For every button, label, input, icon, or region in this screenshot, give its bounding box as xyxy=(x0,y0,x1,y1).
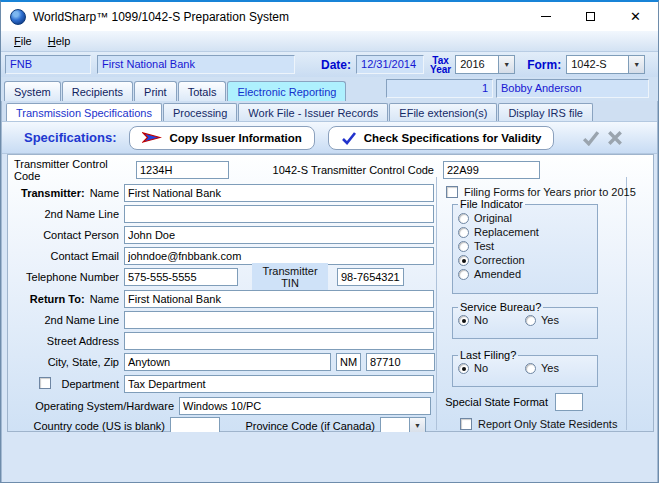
transmitter-2nd-name-input[interactable] xyxy=(124,205,434,223)
report-only-checkbox[interactable] xyxy=(460,418,472,430)
tab-electronic-reporting[interactable]: Electronic Reporting xyxy=(227,81,346,101)
city-state-zip-label: City, State, Zip xyxy=(8,356,124,368)
return-to-prefix-label: Return To: xyxy=(30,293,85,305)
radio-service-no[interactable] xyxy=(458,315,469,326)
date-field[interactable]: 12/31/2014 xyxy=(356,55,424,74)
tcc-input[interactable] xyxy=(136,161,229,179)
chevron-down-icon[interactable]: ▼ xyxy=(628,56,644,73)
validity-status-icons xyxy=(581,130,625,146)
validity-ok-icon[interactable] xyxy=(581,130,601,146)
radio-lastfiling-yes[interactable] xyxy=(525,363,536,374)
radio-lastfiling-no[interactable] xyxy=(458,363,469,374)
app-window: WorldSharp™ 1099/1042-S Preparation Syst… xyxy=(0,0,659,483)
tcc-1042s-input[interactable] xyxy=(443,161,540,179)
department-input[interactable] xyxy=(124,375,434,393)
contact-person-input[interactable] xyxy=(124,226,434,244)
radio-row-correction[interactable]: Correction xyxy=(458,253,592,267)
subtab-processing[interactable]: Processing xyxy=(163,103,237,121)
bottom-empty-area xyxy=(2,432,657,482)
radio-row-replacement[interactable]: Replacement xyxy=(458,225,592,239)
street-address-input[interactable] xyxy=(124,332,434,350)
issuer-code-field[interactable]: FNB xyxy=(5,55,91,74)
transmitter-tin-label: Transmitter TIN xyxy=(252,263,328,291)
transmitter-2nd-name-label: 2nd Name Line xyxy=(8,208,124,220)
checkmark-icon xyxy=(341,131,357,145)
transmitter-name-label: Name xyxy=(90,187,119,199)
service-bureau-yes[interactable]: Yes xyxy=(525,314,559,326)
subtab-efile-extensions[interactable]: EFile extension(s) xyxy=(389,103,497,121)
department-label: Department xyxy=(8,378,124,390)
state-input[interactable] xyxy=(336,353,361,371)
return-2nd-name-input[interactable] xyxy=(124,311,434,329)
menu-item-file[interactable]: File xyxy=(7,33,39,49)
country-code-label: Country code (US is blank) xyxy=(8,420,170,432)
record-number-field[interactable]: 1 xyxy=(386,79,493,98)
menu-bar: File Help xyxy=(1,31,658,52)
validity-cancel-icon[interactable] xyxy=(605,130,625,146)
radio-test[interactable] xyxy=(458,241,469,252)
chevron-down-icon[interactable]: ▼ xyxy=(498,56,514,73)
tab-print[interactable]: Print xyxy=(134,81,177,101)
department-checkbox[interactable] xyxy=(39,377,51,389)
tcc-label: Transmitter Control Code xyxy=(8,158,136,182)
service-bureau-group: Service Bureau? No Yes xyxy=(452,301,598,339)
tab-totals[interactable]: Totals xyxy=(178,81,227,101)
subtab-work-file-issuer-records[interactable]: Work File - Issuer Records xyxy=(238,103,388,121)
return-2nd-name-label: 2nd Name Line xyxy=(8,314,124,326)
radio-replacement[interactable] xyxy=(458,227,469,238)
prior-years-checkbox[interactable] xyxy=(446,186,458,198)
tax-year-select[interactable]: 2016 ▼ xyxy=(455,55,515,74)
record-box: 1 Bobby Anderson xyxy=(386,79,649,98)
zip-input[interactable] xyxy=(366,353,435,371)
menu-item-help[interactable]: Help xyxy=(41,33,78,49)
radio-row-original[interactable]: Original xyxy=(458,211,592,225)
copy-issuer-information-button[interactable]: Copy Issuer Information xyxy=(129,126,314,150)
city-input[interactable] xyxy=(124,353,331,371)
subtab-transmission-specifications[interactable]: Transmission Specifications xyxy=(6,103,162,121)
return-to-name-input[interactable] xyxy=(124,290,434,308)
app-globe-icon xyxy=(10,9,26,25)
radio-original[interactable] xyxy=(458,213,469,224)
special-state-input[interactable] xyxy=(555,393,583,411)
close-icon: ✕ xyxy=(630,10,641,23)
radio-row-test[interactable]: Test xyxy=(458,239,592,253)
title-bar: WorldSharp™ 1099/1042-S Preparation Syst… xyxy=(1,2,658,31)
transmitter-tin-input[interactable] xyxy=(337,268,404,286)
header-row: FNB First National Bank Date: 12/31/2014… xyxy=(1,52,658,77)
form-value: 1042-S xyxy=(567,56,628,73)
record-name-field[interactable]: Bobby Anderson xyxy=(496,79,649,98)
form-label: Form: xyxy=(527,58,561,72)
tax-year-label: Tax Year xyxy=(430,56,451,74)
close-button[interactable]: ✕ xyxy=(613,2,658,31)
last-filing-group: Last Filing? No Yes xyxy=(452,349,598,387)
radio-row-amended[interactable]: Amended xyxy=(458,267,592,281)
file-indicator-title: File Indicator xyxy=(458,198,525,210)
report-only-label: Report Only State Residents xyxy=(478,418,617,430)
last-filing-no[interactable]: No xyxy=(458,362,525,374)
telephone-input[interactable] xyxy=(124,268,238,286)
os-hardware-input[interactable] xyxy=(179,397,431,415)
main-tab-bar: System Recipients Print Totals Electroni… xyxy=(1,77,658,101)
tab-system[interactable]: System xyxy=(4,81,61,101)
minimize-button[interactable] xyxy=(523,2,568,31)
issuer-name-field[interactable]: First National Bank xyxy=(97,55,295,74)
specifications-label: Specifications: xyxy=(24,130,116,145)
service-bureau-no[interactable]: No xyxy=(458,314,525,326)
telephone-label: Telephone Number xyxy=(8,271,124,283)
electronic-reporting-page: Transmission Specifications Processing W… xyxy=(1,101,658,482)
transmitter-name-input[interactable] xyxy=(124,184,434,202)
form-select[interactable]: 1042-S ▼ xyxy=(566,55,645,74)
radio-service-yes[interactable] xyxy=(525,315,536,326)
subtab-display-irs-file[interactable]: Display IRS file xyxy=(498,103,593,121)
radio-amended[interactable] xyxy=(458,269,469,280)
os-hardware-label: Operating System/Hardware xyxy=(8,400,179,412)
special-state-row: Special State Format xyxy=(438,392,653,411)
maximize-icon xyxy=(586,12,595,21)
tax-year-value: 2016 xyxy=(456,56,498,73)
tab-recipients[interactable]: Recipients xyxy=(62,81,133,101)
last-filing-yes[interactable]: Yes xyxy=(525,362,559,374)
check-specifications-button[interactable]: Check Specifications for Validity xyxy=(328,126,555,150)
maximize-button[interactable] xyxy=(568,2,613,31)
province-code-label: Province Code (if Canada) xyxy=(220,420,380,432)
radio-correction[interactable] xyxy=(458,255,469,266)
